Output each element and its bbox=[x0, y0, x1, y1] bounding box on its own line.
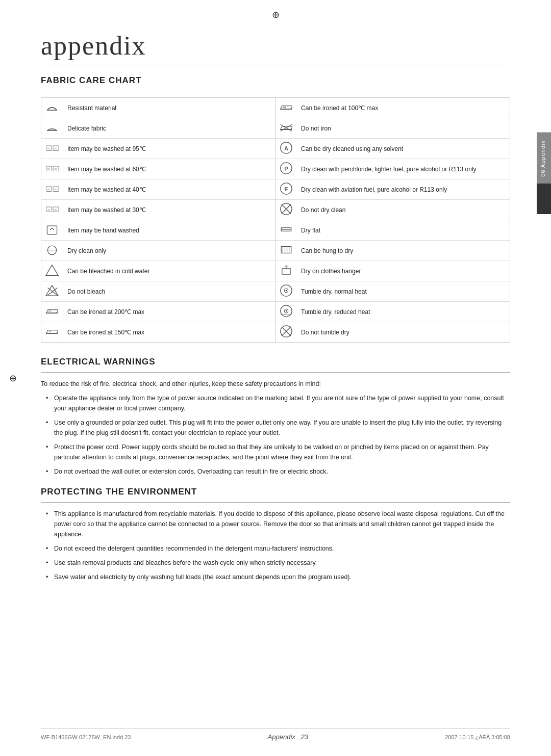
electrical-rule bbox=[41, 372, 510, 373]
electrical-list: Operate the appliance only from the type… bbox=[46, 393, 510, 477]
circle-f-desc: Dry clean with aviation fuel, pure alcoh… bbox=[297, 179, 510, 200]
no-iron-desc: Do not iron bbox=[297, 118, 510, 139]
iron150-desc: Can be ironed at 150℃ max bbox=[63, 322, 276, 343]
icon-cell-wash60: 60 60 bbox=[41, 159, 63, 179]
delicate-desc: Delicate fabric bbox=[63, 118, 276, 139]
list-item: Use stain removal products and bleaches … bbox=[46, 558, 510, 568]
tumble-normal-desc: Tumble dry, normal heat bbox=[297, 281, 510, 302]
resistant-desc: Resistant material bbox=[63, 98, 276, 118]
wash60-desc: Item may be washed at 60℃ bbox=[63, 159, 276, 179]
no-iron-icon bbox=[280, 121, 293, 134]
svg-text:P: P bbox=[284, 166, 288, 172]
svg-text:30: 30 bbox=[55, 208, 57, 211]
icon-cell-no-dry-clean bbox=[276, 200, 297, 220]
wash-95-icon: 95 95 bbox=[45, 141, 59, 154]
table-row: 40 40 Item may be washed at 40℃ F Dry cl… bbox=[41, 179, 510, 200]
icon-cell-circle-p: P bbox=[276, 159, 297, 179]
no-dry-clean-desc: Do not dry clean bbox=[297, 200, 510, 220]
icon-cell-hung-dry bbox=[276, 241, 297, 261]
fabric-section-rule bbox=[41, 91, 510, 91]
svg-text:40: 40 bbox=[55, 188, 57, 191]
hung-dry-icon bbox=[280, 243, 293, 256]
svg-text:F: F bbox=[285, 186, 288, 192]
no-tumble-icon bbox=[280, 325, 293, 338]
clothes-hanger-desc: Dry on clothes hanger bbox=[297, 261, 510, 281]
dry-flat-desc: Dry flat bbox=[297, 220, 510, 241]
icon-cell-hand-wash bbox=[41, 220, 63, 241]
electrical-heading: ELECTRICAL WARNINGS bbox=[41, 357, 510, 367]
environment-list: This appliance is manufactured from recy… bbox=[46, 509, 510, 582]
table-row: Can be bleached in cold water Dry on clo… bbox=[41, 261, 510, 281]
list-item: Save water and electricity by only washi… bbox=[46, 572, 510, 582]
svg-point-55 bbox=[286, 310, 287, 312]
footer-right: 2007-10-15 ¿ÀÈÄ 3:05:08 bbox=[445, 734, 510, 740]
tumble-reduced-desc: Tumble dry, reduced heat bbox=[297, 302, 510, 322]
icon-cell-tumble-reduced bbox=[276, 302, 297, 322]
iron-100-icon: ••• bbox=[280, 100, 293, 114]
icon-cell-dry-clean-only bbox=[41, 241, 63, 261]
list-item: Do not exceed the detergent quantities r… bbox=[46, 543, 510, 554]
hand-wash-icon bbox=[45, 223, 59, 236]
wash30-desc: Item may be washed at 30℃ bbox=[63, 200, 276, 220]
icon-cell-dry-flat bbox=[276, 220, 297, 241]
svg-rect-43 bbox=[282, 269, 290, 274]
svg-text:60: 60 bbox=[47, 168, 50, 170]
table-row: 30 30 Item may be washed at 30℃ Do not d… bbox=[41, 200, 510, 220]
tumble-reduced-icon bbox=[280, 304, 293, 318]
table-row: Resistant material ••• Can be ironed at … bbox=[41, 98, 510, 118]
wash95-desc: Item may be washed at 95℃ bbox=[63, 139, 276, 159]
dry-flat-icon bbox=[280, 223, 293, 236]
dry-clean-only-icon bbox=[45, 243, 59, 256]
icon-cell-clothes-hanger bbox=[276, 261, 297, 281]
svg-text:95: 95 bbox=[47, 147, 50, 150]
fabric-care-heading: FABRIC CARE CHART bbox=[41, 75, 510, 86]
circle-a-icon: A bbox=[280, 141, 293, 154]
list-item: Protect the power cord. Power supply cor… bbox=[46, 442, 510, 462]
clothes-hanger-icon bbox=[280, 264, 293, 277]
footer: WF-B1456GW-02176W_EN.indd 23 Appendix _2… bbox=[41, 728, 510, 741]
circle-p-desc: Dry clean with perchloride, lighter fuel… bbox=[297, 159, 510, 179]
bleach-cold-desc: Can be bleached in cold water bbox=[63, 261, 276, 281]
icon-cell-circle-a: A bbox=[276, 139, 297, 159]
svg-point-50 bbox=[286, 290, 287, 292]
icon-cell-resistant bbox=[41, 98, 63, 118]
wash-40-icon: 40 40 bbox=[45, 182, 59, 195]
no-bleach-desc: Do not bleach bbox=[63, 281, 276, 302]
hand-wash-desc: Item may be hand washed bbox=[63, 220, 276, 241]
svg-text:•••: ••• bbox=[48, 309, 52, 312]
dry-clean-only-desc: Dry clean only bbox=[63, 241, 276, 261]
icon-cell-iron150: •• bbox=[41, 322, 63, 343]
environment-rule bbox=[41, 502, 510, 503]
electrical-body: To reduce the risk of fire, electrical s… bbox=[41, 379, 510, 477]
table-row: ••• Can be ironed at 200℃ max Tumble dry… bbox=[41, 302, 510, 322]
circle-a-desc: Can be dry cleaned using any solvent bbox=[297, 139, 510, 159]
wash40-desc: Item may be washed at 40℃ bbox=[63, 179, 276, 200]
circle-f-icon: F bbox=[280, 182, 293, 195]
icon-cell-wash95: 95 95 bbox=[41, 139, 63, 159]
no-dry-clean-icon bbox=[280, 202, 293, 216]
hung-dry-desc: Can be hung to dry bbox=[297, 241, 510, 261]
page-title: appendix bbox=[41, 31, 510, 61]
icon-cell-no-tumble bbox=[276, 322, 297, 343]
icon-cell-wash40: 40 40 bbox=[41, 179, 63, 200]
environment-heading: PROTECTING THE ENVIRONMENT bbox=[41, 487, 510, 497]
iron100-desc: Can be ironed at 100℃ max bbox=[297, 98, 510, 118]
svg-text:40: 40 bbox=[47, 188, 50, 191]
table-row: •• Can be ironed at 150℃ max Do not tumb… bbox=[41, 322, 510, 343]
table-row: 60 60 Item may be washed at 60℃ P Dry cl… bbox=[41, 159, 510, 179]
wash-60-icon: 60 60 bbox=[45, 162, 59, 175]
no-tumble-desc: Do not tumble dry bbox=[297, 322, 510, 343]
icon-cell-iron200: ••• bbox=[41, 302, 63, 322]
svg-text:A: A bbox=[284, 145, 288, 151]
environment-body: This appliance is manufactured from recy… bbox=[41, 509, 510, 582]
list-item: Use only a grounded or polarized outlet.… bbox=[46, 418, 510, 438]
icon-cell-circle-f: F bbox=[276, 179, 297, 200]
icon-cell-delicate bbox=[41, 118, 63, 139]
list-item: This appliance is manufactured from recy… bbox=[46, 509, 510, 539]
iron-200-icon: ••• bbox=[45, 304, 59, 318]
icon-cell-no-iron bbox=[276, 118, 297, 139]
svg-text:30: 30 bbox=[47, 208, 50, 211]
svg-text:95: 95 bbox=[55, 147, 57, 150]
iron-150-icon: •• bbox=[45, 325, 59, 338]
page-container: appendix FABRIC CARE CHART Resistant mat… bbox=[0, 0, 551, 623]
